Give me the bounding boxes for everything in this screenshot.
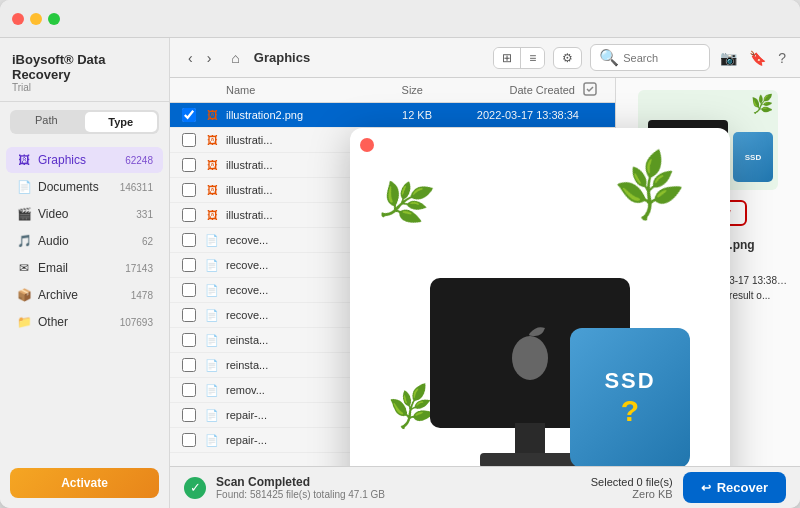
date-column-header: Date Created xyxy=(423,84,583,96)
status-bar: ✓ Scan Completed Found: 581425 file(s) t… xyxy=(170,466,800,508)
apple-logo-large-icon xyxy=(495,323,565,383)
file-name: illustration2.png xyxy=(226,109,362,121)
recover-label: Recover xyxy=(717,480,768,495)
file-type-icon: 📄 xyxy=(204,257,220,273)
maximize-button[interactable] xyxy=(48,13,60,25)
file-type-icon: 📄 xyxy=(204,332,220,348)
popup-close-dot xyxy=(360,138,374,152)
activate-button[interactable]: Activate xyxy=(10,468,159,498)
toolbar-nav: ‹ › xyxy=(182,47,217,69)
forward-button[interactable]: › xyxy=(201,47,218,69)
video-icon: 🎬 xyxy=(16,206,32,222)
selected-info: Selected 0 file(s) Zero KB xyxy=(591,476,673,500)
file-name: recove... xyxy=(226,259,362,271)
sidebar-item-email[interactable]: ✉ Email 17143 xyxy=(6,255,163,281)
file-type-icon: 🖼 xyxy=(204,107,220,123)
file-type-icon: 🖼 xyxy=(204,207,220,223)
file-checkbox[interactable] xyxy=(182,108,196,122)
file-checkbox[interactable] xyxy=(182,333,196,347)
sidebar-item-video[interactable]: 🎬 Video 331 xyxy=(6,201,163,227)
main-area: ‹ › ⌂ Graphics ⊞ ≡ ⚙ 🔍 📷 🔖 ? xyxy=(170,38,800,508)
name-column-header: Name xyxy=(226,84,343,96)
minimize-button[interactable] xyxy=(30,13,42,25)
sidebar-item-other[interactable]: 📁 Other 107693 xyxy=(6,309,163,335)
leaf-2-icon: 🌿 xyxy=(373,171,436,232)
close-button[interactable] xyxy=(12,13,24,25)
audio-label: Audio xyxy=(38,234,142,248)
view-toggle: ⊞ ≡ xyxy=(493,47,545,69)
file-type-icon: 🖼 xyxy=(204,132,220,148)
file-checkbox[interactable] xyxy=(182,383,196,397)
file-checkbox[interactable] xyxy=(182,233,196,247)
app-content: iBoysoft® Data Recovery Trial Path Type … xyxy=(0,38,800,508)
file-name: recove... xyxy=(226,284,362,296)
file-checkbox[interactable] xyxy=(182,408,196,422)
traffic-lights xyxy=(12,13,60,25)
ssd-question-mark: ? xyxy=(621,394,639,428)
video-label: Video xyxy=(38,207,136,221)
file-checkbox[interactable] xyxy=(182,308,196,322)
size-column-header: Size xyxy=(343,84,423,96)
sidebar-item-audio[interactable]: 🎵 Audio 62 xyxy=(6,228,163,254)
archive-label: Archive xyxy=(38,288,131,302)
back-button[interactable]: ‹ xyxy=(182,47,199,69)
file-list-header: Name Size Date Created xyxy=(170,78,615,103)
file-checkbox[interactable] xyxy=(182,133,196,147)
sidebar-item-graphics[interactable]: 🖼 Graphics 62248 xyxy=(6,147,163,173)
help-icon[interactable]: ? xyxy=(776,48,788,68)
file-checkbox[interactable] xyxy=(182,183,196,197)
list-view-button[interactable]: ≡ xyxy=(521,48,544,68)
tab-path[interactable]: Path xyxy=(10,110,83,134)
recover-button[interactable]: ↩ Recover xyxy=(683,472,786,503)
audio-icon: 🎵 xyxy=(16,233,32,249)
file-checkbox[interactable] xyxy=(182,283,196,297)
recover-arrow-icon: ↩ xyxy=(701,481,711,495)
search-input[interactable] xyxy=(623,52,703,64)
file-checkbox[interactable] xyxy=(182,258,196,272)
breadcrumb: Graphics xyxy=(254,50,485,65)
video-count: 331 xyxy=(136,209,153,220)
sidebar-header: iBoysoft® Data Recovery Trial xyxy=(0,38,169,102)
file-name: remov... xyxy=(226,384,362,396)
home-icon[interactable]: ⌂ xyxy=(225,47,245,69)
email-count: 17143 xyxy=(125,263,153,274)
other-count: 107693 xyxy=(120,317,153,328)
save-icon xyxy=(583,82,597,96)
table-row[interactable]: 🖼 illustration2.png 12 KB 2022-03-17 13:… xyxy=(170,103,615,128)
ssd-thumbnail: SSD xyxy=(733,132,773,182)
sidebar-items-list: 🖼 Graphics 62248 📄 Documents 146311 🎬 Vi… xyxy=(0,142,169,458)
selected-count-label: Selected 0 file(s) xyxy=(591,476,673,488)
scan-complete-label: Scan Completed xyxy=(216,475,385,489)
filter-button[interactable]: ⚙ xyxy=(553,47,582,69)
grid-view-button[interactable]: ⊞ xyxy=(494,48,521,68)
file-name: recove... xyxy=(226,234,362,246)
file-type-icon: 📄 xyxy=(204,407,220,423)
file-checkbox[interactable] xyxy=(182,433,196,447)
camera-icon[interactable]: 📷 xyxy=(718,48,739,68)
file-type-icon: 📄 xyxy=(204,382,220,398)
sidebar-item-documents[interactable]: 📄 Documents 146311 xyxy=(6,174,163,200)
ssd-box: SSD ? xyxy=(570,328,690,466)
file-area-wrapper: Name Size Date Created xyxy=(170,78,800,466)
audio-count: 62 xyxy=(142,236,153,247)
app-trial-badge: Trial xyxy=(12,82,157,93)
bookmark-icon[interactable]: 🔖 xyxy=(747,48,768,68)
large-preview-popup: 🌿 🌿 🌿 SSD ? xyxy=(350,128,730,466)
toolbar-right-icons: 📷 🔖 ? xyxy=(718,48,788,68)
file-checkbox[interactable] xyxy=(182,358,196,372)
file-checkbox[interactable] xyxy=(182,208,196,222)
file-name: illustrati... xyxy=(226,134,362,146)
file-name: illustrati... xyxy=(226,159,362,171)
file-name: reinsta... xyxy=(226,334,362,346)
sidebar-item-archive[interactable]: 📦 Archive 1478 xyxy=(6,282,163,308)
file-name: repair-... xyxy=(226,434,362,446)
file-checkbox[interactable] xyxy=(182,158,196,172)
other-icon: 📁 xyxy=(16,314,32,330)
ssd-label: SSD xyxy=(604,368,655,394)
other-label: Other xyxy=(38,315,120,329)
tab-type[interactable]: Type xyxy=(85,112,158,132)
toolbar: ‹ › ⌂ Graphics ⊞ ≡ ⚙ 🔍 📷 🔖 ? xyxy=(170,38,800,78)
search-box: 🔍 xyxy=(590,44,710,71)
email-label: Email xyxy=(38,261,125,275)
graphics-count: 62248 xyxy=(125,155,153,166)
